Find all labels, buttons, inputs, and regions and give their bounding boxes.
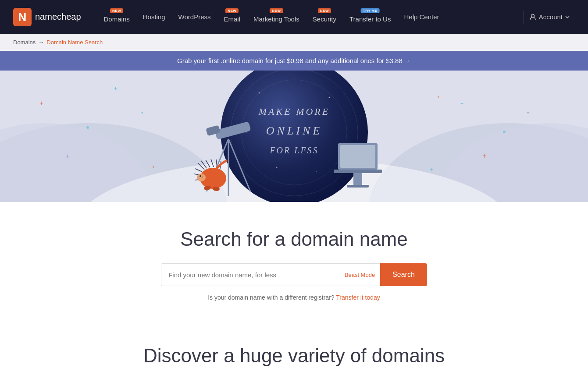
nav-item-security[interactable]: NEW Security [307,7,342,26]
breadcrumb-root[interactable]: Domains [13,39,36,46]
svg-text:N: N [18,11,27,24]
svg-rect-45 [347,185,369,188]
svg-text:FOR LESS: FOR LESS [269,145,318,155]
transfer-link[interactable]: Transfer it today [336,294,380,301]
search-button[interactable]: Search [380,263,427,286]
svg-line-29 [206,160,210,167]
nav-account[interactable]: Account [524,10,575,24]
domains-badge: NEW [110,8,123,13]
svg-line-33 [195,169,202,172]
nav-item-marketing[interactable]: NEW Marketing Tools [248,7,305,26]
svg-text:ONLINE: ONLINE [266,124,322,137]
hero-character [189,104,268,202]
promo-banner[interactable]: Grab your first .online domain for just … [0,51,588,71]
svg-line-30 [211,159,214,167]
search-box: Beast Mode Search [9,263,579,286]
svg-point-15 [258,92,260,94]
nav-item-domains[interactable]: NEW Domains [99,7,135,26]
discover-section: Discover a huge variety of domains [0,318,588,368]
svg-point-38 [201,177,203,178]
svg-point-36 [197,173,206,181]
beast-mode-link[interactable]: Beast Mode [345,272,375,278]
main-nav: N namecheap NEW Domains Hosting WordPres… [0,0,588,34]
svg-point-20 [316,171,317,172]
svg-rect-44 [353,173,362,186]
search-input-wrapper: Beast Mode [161,263,380,286]
promo-text: Grab your first .online domain for just … [177,57,411,64]
logo-text: namecheap [35,12,81,22]
logo-link[interactable]: N namecheap [13,8,81,26]
hero-laptop [329,139,386,198]
breadcrumb-current: Domain Name Search [46,39,103,46]
account-icon [529,14,536,21]
search-section: Search for a domain name Beast Mode Sear… [0,202,588,318]
svg-point-37 [200,175,201,177]
svg-point-19 [276,167,277,168]
svg-rect-24 [214,121,251,140]
nav-item-help[interactable]: Help Center [399,10,444,24]
email-badge: NEW [225,8,239,13]
nav-item-wordpress[interactable]: WordPress [173,10,216,24]
account-chevron-icon [565,16,570,18]
discover-title: Discover a huge variety of domains [9,345,579,367]
security-badge: NEW [318,8,331,13]
nav-links: NEW Domains Hosting WordPress NEW Email … [99,7,524,26]
nav-item-transfer[interactable]: TRY ME Transfer to Us [344,7,396,26]
nav-item-hosting[interactable]: Hosting [138,10,171,24]
transfer-text: Is your domain name with a different reg… [9,294,579,301]
svg-rect-42 [340,145,375,168]
search-title: Search for a domain name [9,228,579,250]
svg-rect-43 [334,170,382,173]
svg-line-23 [228,139,250,191]
svg-point-16 [328,97,330,98]
marketing-badge: NEW [270,8,283,13]
hero-section: MAKE MORE ONLINE FOR LESS [0,71,588,202]
nav-item-email[interactable]: NEW Email [219,7,246,26]
svg-line-31 [216,159,217,167]
svg-text:MAKE MORE: MAKE MORE [258,106,329,117]
breadcrumb-arrow: → [38,39,44,46]
breadcrumb: Domains → Domain Name Search [0,34,588,51]
transfer-badge: TRY ME [361,8,380,13]
